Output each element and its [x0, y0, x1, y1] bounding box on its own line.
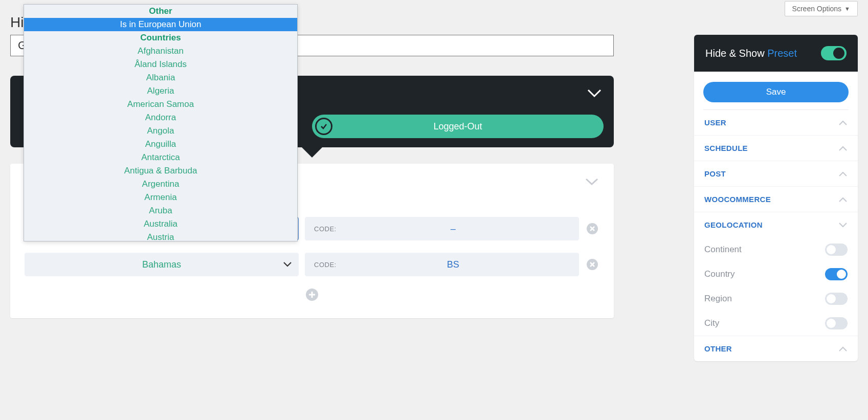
country-dropdown[interactable]: OtherIs in European UnionCountriesAfghan…: [24, 4, 298, 241]
accordion-post[interactable]: POST: [694, 161, 858, 186]
dropdown-option[interactable]: Antigua & Barbuda: [24, 164, 297, 178]
delete-rule-button[interactable]: [585, 222, 599, 236]
dropdown-option[interactable]: Angola: [24, 124, 297, 138]
dropdown-group-header: Countries: [24, 31, 297, 45]
code-label: CODE:: [314, 225, 337, 233]
dropdown-group-header: Other: [24, 5, 297, 18]
accordion-label: POST: [704, 169, 726, 178]
chevron-up-icon: [838, 346, 848, 352]
chevron-up-icon: [838, 171, 848, 177]
rule-select-value: Bahamas: [142, 259, 181, 270]
page-title: Hi: [10, 14, 24, 31]
check-icon: [315, 118, 332, 135]
chevron-up-icon: [838, 120, 848, 126]
chevron-up-icon: [838, 145, 848, 151]
code-value: –: [337, 224, 570, 234]
save-button[interactable]: Save: [703, 82, 849, 102]
chevron-up-icon: [838, 196, 848, 203]
accordion-woocommerce[interactable]: WOOCOMMERCE: [694, 186, 858, 212]
geo-sub-label: Country: [704, 269, 735, 279]
sidebar: Hide & Show Preset Save USER SCHEDULE PO…: [694, 35, 858, 361]
accordion-schedule[interactable]: SCHEDULE: [694, 135, 858, 161]
accordion-label: GEOLOCATION: [704, 220, 763, 229]
dropdown-option[interactable]: Andorra: [24, 111, 297, 124]
geo-sub-label: Continent: [704, 245, 742, 255]
panel-pointer: [302, 147, 322, 158]
accordion-user[interactable]: USER: [694, 110, 858, 135]
geo-sub-country: Country: [694, 262, 858, 286]
logged-out-pill[interactable]: Logged-Out: [312, 115, 604, 138]
accordion-label: WOOCOMMERCE: [704, 195, 771, 204]
rule-code-box: CODE: BS: [305, 253, 579, 276]
geo-toggle-continent[interactable]: [825, 244, 848, 256]
dropdown-option[interactable]: Aruba: [24, 204, 297, 217]
code-label: CODE:: [314, 261, 337, 269]
rule-select[interactable]: Bahamas: [25, 253, 299, 276]
dropdown-option[interactable]: Albania: [24, 71, 297, 84]
dropdown-option[interactable]: Algeria: [24, 84, 297, 98]
dropdown-option[interactable]: Antarctica: [24, 151, 297, 164]
dropdown-option[interactable]: American Samoa: [24, 98, 297, 111]
dropdown-option[interactable]: Åland Islands: [24, 58, 297, 71]
sidebar-title: Hide & Show Preset: [705, 48, 797, 59]
dropdown-option[interactable]: Austria: [24, 231, 297, 241]
chevron-down-icon: ▼: [844, 6, 850, 12]
dropdown-option[interactable]: Afghanistan: [24, 45, 297, 58]
dropdown-option[interactable]: Anguilla: [24, 138, 297, 151]
preset-enable-toggle[interactable]: [821, 46, 847, 60]
rule-code-box: CODE: –: [305, 217, 579, 240]
geo-sub-region: Region: [694, 286, 858, 311]
geo-sub-label: Region: [704, 294, 732, 304]
dropdown-option[interactable]: Is in European Union: [24, 18, 297, 31]
dropdown-option[interactable]: Argentina: [24, 178, 297, 191]
accordion-other[interactable]: OTHER: [694, 336, 858, 361]
geo-toggle-country[interactable]: [825, 268, 848, 280]
add-rule-button[interactable]: [305, 288, 319, 302]
sidebar-header: Hide & Show Preset: [694, 35, 858, 72]
chevron-down-icon[interactable]: [585, 177, 598, 186]
chevron-down-icon: [283, 261, 292, 268]
geo-sub-city: City: [694, 311, 858, 336]
dropdown-option[interactable]: Armenia: [24, 191, 297, 204]
chevron-down-icon[interactable]: [587, 88, 602, 98]
geo-toggle-city[interactable]: [825, 317, 848, 329]
delete-rule-button[interactable]: [585, 257, 599, 272]
screen-options-label: Screen Options: [792, 5, 842, 13]
dropdown-option[interactable]: Australia: [24, 217, 297, 231]
accordion-label: OTHER: [704, 344, 732, 353]
accordion-label: USER: [704, 118, 726, 127]
screen-options-button[interactable]: Screen Options ▼: [785, 1, 858, 16]
accordion-label: SCHEDULE: [704, 144, 748, 152]
geo-toggle-region[interactable]: [825, 293, 848, 305]
chevron-down-icon: [838, 222, 848, 228]
accordion-geolocation[interactable]: GEOLOCATION: [694, 212, 858, 237]
geo-sub-continent: Continent: [694, 237, 858, 262]
geo-sub-label: City: [704, 318, 719, 328]
logged-out-label: Logged-Out: [433, 121, 482, 132]
code-value: BS: [337, 259, 570, 270]
